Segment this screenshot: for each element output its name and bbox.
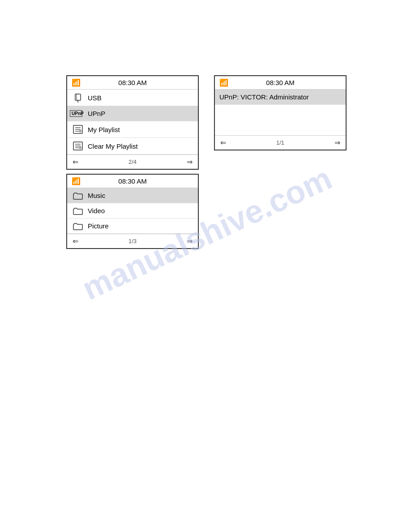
panel1-page: 2/4 <box>128 159 137 165</box>
clear-playlist-label: Clear My Playlist <box>88 142 193 150</box>
panel3-time: 08:30 AM <box>118 177 146 185</box>
panel3-header: 📶 08:30 AM <box>67 175 198 188</box>
clear-playlist-row[interactable]: Clear My Playlist <box>67 138 198 154</box>
wifi-icon-2: 📶 <box>219 78 228 87</box>
panel3-right-arrow[interactable]: ⇒ <box>187 237 193 245</box>
wifi-icon-3: 📶 <box>72 177 81 185</box>
svg-point-3 <box>77 102 78 103</box>
panel3-nav: ⇐ 1/3 ⇒ <box>67 234 198 248</box>
panel2-header: 📶 08:30 AM <box>215 76 346 90</box>
picture-folder-icon <box>72 222 84 230</box>
upnp-victor-row[interactable]: UPnP: VICTOR: Administrator <box>215 90 346 105</box>
video-row[interactable]: Video <box>67 203 198 219</box>
panel2-right-arrow[interactable]: ⇒ <box>334 138 340 147</box>
panel1-nav: ⇐ 2/4 ⇒ <box>67 154 198 169</box>
my-playlist-row[interactable]: My Playlist <box>67 121 198 138</box>
panel1-time: 08:30 AM <box>118 79 146 86</box>
panel3-left-arrow[interactable]: ⇐ <box>73 237 78 245</box>
panel3-media-menu: 📶 08:30 AM Music Video Picture ⇐ 1/3 <box>66 174 199 249</box>
clear-playlist-icon <box>72 141 84 151</box>
svg-point-8 <box>79 130 81 132</box>
panel1-right-arrow[interactable]: ⇒ <box>187 158 193 166</box>
svg-point-14 <box>79 147 81 149</box>
panel1-left-arrow[interactable]: ⇐ <box>73 158 78 166</box>
svg-rect-0 <box>75 94 81 100</box>
panel3-page: 1/3 <box>128 238 137 245</box>
wifi-icon: 📶 <box>72 78 81 87</box>
usb-label: USB <box>88 94 193 102</box>
usb-row[interactable]: USB <box>67 90 198 106</box>
my-playlist-label: My Playlist <box>88 126 193 133</box>
panel2-time: 08:30 AM <box>266 79 294 86</box>
video-label: Video <box>88 207 193 215</box>
video-folder-icon <box>72 207 84 215</box>
panel2-empty-space <box>215 105 346 135</box>
usb-icon <box>72 93 84 103</box>
panel2-nav: ⇐ 1/1 ⇒ <box>215 135 346 150</box>
music-label: Music <box>88 192 193 199</box>
panel2-upnp-menu: 📶 08:30 AM UPnP: VICTOR: Administrator ⇐… <box>214 75 347 150</box>
panel1-main-menu: 📶 08:30 AM USB UPnP UPnP <box>66 75 199 170</box>
playlist-icon <box>72 124 84 134</box>
upnp-row[interactable]: UPnP UPnP <box>67 106 198 121</box>
panel2-page: 1/1 <box>276 139 284 146</box>
upnp-badge-icon: UPnP <box>72 110 84 117</box>
upnp-badge-text: UPnP <box>70 110 82 117</box>
music-folder-icon <box>72 192 84 200</box>
panel1-header: 📶 08:30 AM <box>67 76 198 90</box>
panel2-left-arrow[interactable]: ⇐ <box>220 138 226 147</box>
picture-label: Picture <box>88 222 193 230</box>
music-row[interactable]: Music <box>67 188 198 203</box>
upnp-victor-label: UPnP: VICTOR: Administrator <box>219 93 341 101</box>
picture-row[interactable]: Picture <box>67 219 198 234</box>
upnp-label: UPnP <box>88 110 193 117</box>
